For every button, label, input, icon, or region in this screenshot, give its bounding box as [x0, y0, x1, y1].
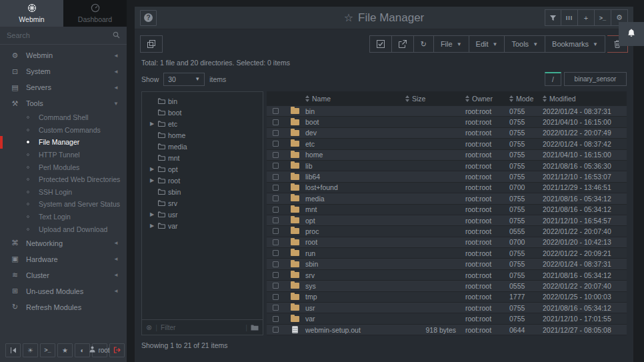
favorite-star-icon[interactable]: ☆: [344, 12, 353, 23]
tree-item-sbin[interactable]: sbin: [142, 186, 263, 197]
table-row[interactable]: lib64root:root07552021/12/10 - 16:53:07: [267, 171, 627, 182]
add-button[interactable]: +: [578, 9, 595, 26]
table-row[interactable]: sbinroot:root07552022/01/24 - 08:37:31: [267, 259, 627, 269]
row-name[interactable]: sbin: [305, 260, 405, 268]
tree-item-var[interactable]: ▶var: [142, 220, 263, 231]
sidebar-item-webmin[interactable]: ⚙Webmin◄: [0, 47, 127, 63]
row-checkbox[interactable]: [273, 283, 279, 289]
sidebar-item-refresh-modules[interactable]: ↻Refresh Modules: [0, 299, 127, 315]
column-header-modified[interactable]: Modified: [543, 95, 627, 103]
row-checkbox[interactable]: [273, 327, 279, 333]
tab-webmin[interactable]: Webmin: [0, 0, 63, 27]
sidebar-subitem-text-login[interactable]: Text Login: [0, 211, 127, 223]
items-per-page-select[interactable]: 30 ▼: [163, 73, 205, 86]
column-header-size[interactable]: Size: [405, 95, 465, 103]
table-row[interactable]: homeroot:root07552021/04/10 - 16:15:00: [267, 150, 627, 161]
row-name[interactable]: dev: [305, 129, 405, 137]
row-name[interactable]: etc: [305, 140, 405, 148]
file-menu-button[interactable]: File▼: [434, 35, 469, 53]
tools-menu-button[interactable]: Tools▼: [505, 35, 545, 53]
expand-caret-icon[interactable]: ▶: [150, 223, 158, 229]
sidebar-item-tools[interactable]: ⚒Tools▼: [0, 95, 127, 111]
row-checkbox[interactable]: [273, 141, 279, 147]
sidebar-subitem-command-shell[interactable]: Command Shell: [0, 111, 127, 124]
table-row[interactable]: runroot:root07552022/01/22 - 20:09:21: [267, 248, 627, 259]
row-name[interactable]: lib64: [305, 173, 405, 181]
row-checkbox[interactable]: [273, 228, 279, 234]
table-row[interactable]: procroot:root05552022/01/22 - 20:07:40: [267, 226, 627, 237]
row-name[interactable]: sys: [305, 282, 405, 290]
row-checkbox[interactable]: [273, 294, 279, 300]
table-row[interactable]: binroot:root07552022/01/24 - 08:37:31: [267, 106, 627, 117]
sidebar-item-servers[interactable]: ▤Servers◄: [0, 79, 127, 95]
tree-item-media[interactable]: media: [142, 141, 263, 152]
tree-item-srv[interactable]: srv: [142, 197, 263, 209]
row-checkbox[interactable]: [273, 239, 279, 245]
row-checkbox[interactable]: [273, 316, 279, 322]
sidebar-item-cluster[interactable]: ≋Cluster◄: [0, 267, 127, 283]
row-name[interactable]: boot: [305, 118, 405, 126]
search-input[interactable]: [7, 31, 113, 39]
tree-item-etc[interactable]: ▶etc: [142, 118, 263, 129]
notifications-bell-button[interactable]: [619, 22, 644, 46]
sidebar-subitem-file-manager[interactable]: File Manager: [0, 136, 127, 149]
sidebar-subitem-system-and-server-status[interactable]: System and Server Status: [0, 198, 127, 211]
row-checkbox[interactable]: [273, 250, 279, 256]
select-all-button[interactable]: [369, 35, 392, 53]
sidebar-subitem-upload-and-download[interactable]: Upload and Download: [0, 223, 127, 235]
bookmarks-menu-button[interactable]: Bookmarks▼: [545, 35, 605, 53]
table-row[interactable]: mediaroot:root07552021/08/16 - 05:34:12: [267, 193, 627, 204]
row-name[interactable]: media: [305, 195, 405, 203]
row-name[interactable]: usr: [305, 304, 405, 312]
table-row[interactable]: varroot:root07552021/12/10 - 17:01:55: [267, 313, 627, 324]
row-checkbox[interactable]: [273, 130, 279, 136]
tree-item-boot[interactable]: boot: [142, 107, 263, 118]
row-name[interactable]: webmin-setup.out: [305, 326, 405, 334]
column-header-mode[interactable]: Mode: [509, 95, 543, 103]
terminal-button[interactable]: >_: [40, 343, 55, 357]
path-search-input[interactable]: [564, 72, 627, 86]
row-name[interactable]: opt: [305, 217, 405, 225]
tree-item-usr[interactable]: ▶usr: [142, 209, 263, 220]
row-name[interactable]: mnt: [305, 205, 405, 213]
expand-caret-icon[interactable]: ▶: [150, 211, 158, 217]
row-name[interactable]: lost+found: [305, 183, 405, 191]
tree-item-bin[interactable]: bin: [142, 95, 263, 107]
row-checkbox[interactable]: [273, 207, 279, 213]
language-globe-button[interactable]: ◐: [75, 343, 90, 357]
table-row[interactable]: bootroot:root07552021/04/10 - 16:15:00: [267, 117, 627, 127]
root-path-button[interactable]: /: [545, 72, 561, 86]
expand-caret-icon[interactable]: ▶: [150, 166, 158, 172]
sidebar-item-networking[interactable]: ⌘Networking◄: [0, 235, 127, 251]
sidebar-subitem-http-tunnel[interactable]: HTTP Tunnel: [0, 149, 127, 161]
row-name[interactable]: run: [305, 249, 405, 257]
tree-item-root[interactable]: ▶root: [142, 175, 263, 186]
table-row[interactable]: webmin-setup.out918 bytesroot:root064420…: [267, 325, 627, 335]
row-checkbox[interactable]: [273, 185, 279, 191]
table-row[interactable]: srvroot:root07552021/08/16 - 05:34:12: [267, 270, 627, 281]
shell-button[interactable]: >_: [595, 9, 611, 26]
clear-filter-icon[interactable]: ⊗: [146, 323, 152, 332]
table-row[interactable]: lost+foundroot:root07002021/12/29 - 13:4…: [267, 183, 627, 193]
column-header-owner[interactable]: Owner: [465, 95, 509, 103]
sidebar-subitem-perl-modules[interactable]: Perl Modules: [0, 161, 127, 173]
tree-filter-input[interactable]: [161, 324, 242, 331]
select-view-button[interactable]: [140, 35, 163, 53]
row-checkbox[interactable]: [273, 217, 279, 223]
logout-button[interactable]: [109, 343, 125, 357]
row-checkbox[interactable]: [273, 305, 279, 311]
expand-caret-icon[interactable]: ▶: [150, 121, 158, 127]
open-external-button[interactable]: [392, 35, 414, 53]
row-checkbox[interactable]: [273, 261, 279, 267]
sidebar-item-un-used-modules[interactable]: ⊞Un-used Modules◄: [0, 283, 127, 299]
column-header-name[interactable]: Name: [305, 95, 405, 103]
table-row[interactable]: libroot:root07552021/08/16 - 05:36:30: [267, 161, 627, 171]
row-name[interactable]: bin: [305, 107, 405, 115]
user-button[interactable]: root: [92, 343, 107, 357]
sidebar-item-system[interactable]: ⊡System◄: [0, 63, 127, 79]
table-row[interactable]: etcroot:root07552022/01/24 - 08:37:42: [267, 139, 627, 149]
row-checkbox[interactable]: [273, 152, 279, 158]
refresh-button[interactable]: ↻: [414, 35, 434, 53]
row-name[interactable]: proc: [305, 227, 405, 235]
table-row[interactable]: optroot:root07552021/12/10 - 16:54:57: [267, 215, 627, 226]
